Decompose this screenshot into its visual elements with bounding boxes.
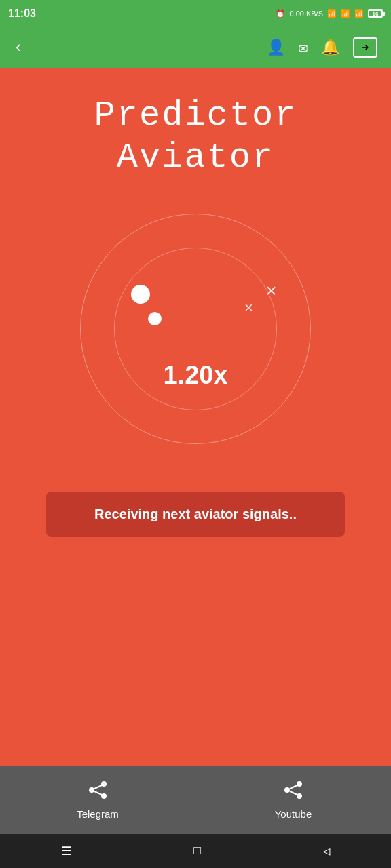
bottom-nav: Telegram Youtube [0,766,391,834]
signal-button[interactable]: Receiving next aviator signals.. [46,492,345,537]
bottom-nav-telegram[interactable]: Telegram [0,781,196,820]
dot-large [131,285,150,304]
youtube-share-icon [283,781,303,804]
x-marker-large: × [265,281,277,302]
android-nav: ☰ □ ◁ [0,834,391,868]
battery-icon: 16 [368,9,383,18]
android-home-button[interactable]: □ [180,839,215,863]
profile-icon[interactable]: 👤 [267,39,285,57]
signal-icon-1: 📶 [341,9,350,18]
notification-icon[interactable]: 🔔 [321,39,339,57]
android-back-button[interactable]: ◁ [309,838,343,864]
svg-line-8 [290,785,297,789]
exit-icon: ➜ [362,40,369,55]
svg-line-9 [290,791,297,795]
telegram-share-icon [88,781,108,804]
app-title: Predictor Aviator [94,95,297,180]
svg-point-1 [89,787,94,793]
android-menu-button[interactable]: ☰ [48,838,86,864]
speed-text: 0.00 KB/S [289,9,323,18]
wifi-icon: 📶 [327,9,337,18]
svg-line-4 [94,791,102,795]
svg-line-3 [94,785,102,789]
bottom-nav-youtube[interactable]: Youtube [196,781,391,820]
svg-point-6 [284,787,290,793]
signal-icon-2: 📶 [354,9,364,18]
back-button[interactable]: ‹ [14,39,23,57]
youtube-label: Youtube [275,808,312,820]
alarm-icon: ⏰ [276,9,285,18]
status-bar: 11:03 ⏰ 0.00 KB/S 📶 📶 📶 16 [0,0,391,27]
exit-button[interactable]: ➜ [353,37,377,58]
prediction-circle: × × 1.20x [80,214,311,444]
multiplier-display: 1.20x [163,361,227,390]
dot-small [148,312,162,326]
x-marker-small: × [244,300,253,317]
status-time: 11:03 [8,7,36,20]
status-icons: ⏰ 0.00 KB/S 📶 📶 📶 16 [276,9,383,18]
nav-action-icons: 👤 ✉ 🔔 ➜ [267,37,377,58]
telegram-label: Telegram [77,808,119,820]
nav-bar: ‹ 👤 ✉ 🔔 ➜ [0,27,391,68]
message-icon[interactable]: ✉ [299,39,308,57]
main-content: Predictor Aviator × × 1.20x Receiving ne… [0,68,391,766]
